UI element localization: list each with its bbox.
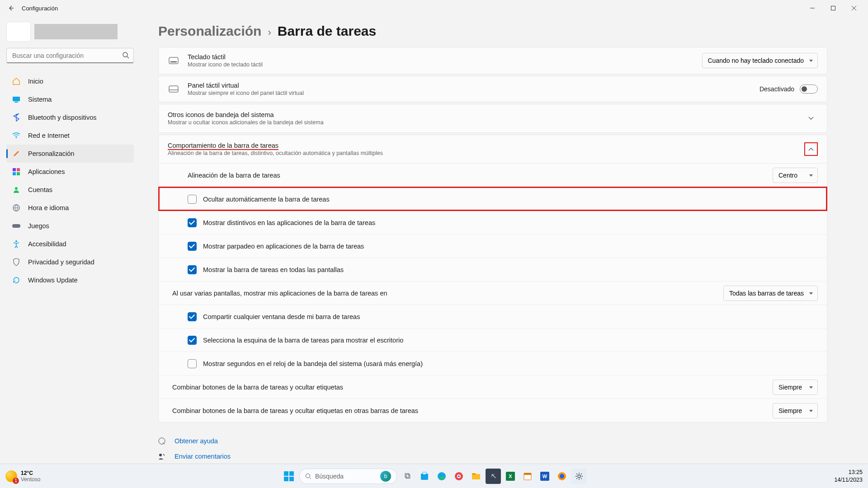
- accessibility-icon: [12, 239, 21, 249]
- card-subtitle: Mostrar siempre el icono del panel tácti…: [188, 90, 760, 96]
- help-link[interactable]: Obtener ayuda: [175, 437, 218, 445]
- app-icon-1[interactable]: ⛏: [486, 469, 501, 484]
- weather-cond: Ventoso: [21, 476, 40, 483]
- sidebar-item-hora[interactable]: Hora e idioma: [6, 199, 134, 217]
- minimize-button[interactable]: [802, 1, 823, 15]
- taskview-icon[interactable]: ⧉: [400, 469, 415, 484]
- content-area[interactable]: Personalización › Barra de tareas Teclad…: [139, 16, 868, 464]
- search-input[interactable]: [6, 48, 134, 63]
- seconds-checkbox[interactable]: [188, 359, 197, 368]
- combine-other-dropdown[interactable]: Siempre: [773, 403, 818, 418]
- svg-point-4: [16, 137, 17, 138]
- word-icon[interactable]: W: [537, 469, 552, 484]
- bing-icon[interactable]: b: [380, 471, 391, 482]
- sidebar-item-cuentas[interactable]: Cuentas: [6, 181, 134, 199]
- window-controls: [802, 1, 864, 15]
- sidebar-item-sistema[interactable]: Sistema: [6, 90, 134, 108]
- auto-hide-checkbox[interactable]: [188, 195, 197, 204]
- svg-rect-2: [13, 97, 20, 101]
- chevron-up-icon: [804, 142, 818, 156]
- feedback-icon: [158, 453, 166, 460]
- sidebar-item-personalizacion[interactable]: Personalización: [6, 145, 134, 163]
- svg-rect-5: [13, 168, 16, 171]
- breadcrumb-parent[interactable]: Personalización: [158, 23, 261, 39]
- shield-icon: [12, 258, 21, 267]
- profile-redacted: [34, 24, 118, 39]
- close-button[interactable]: [844, 1, 864, 15]
- taskbar-search[interactable]: Búsqueda b: [299, 469, 397, 484]
- taskbar-clock[interactable]: 13:25 14/11/2023: [834, 469, 863, 483]
- sidebar-item-juegos[interactable]: Juegos: [6, 217, 134, 235]
- svg-rect-6: [17, 168, 20, 171]
- option-corner-desktop[interactable]: Selecciona la esquina de la barra de tar…: [159, 328, 827, 352]
- virtual-touchpad-toggle[interactable]: [800, 84, 818, 94]
- help-links: Obtener ayuda Enviar comentarios: [158, 433, 827, 464]
- option-show-seconds[interactable]: Mostrar segundos en el reloj de la bande…: [159, 352, 827, 375]
- sidebar: Inicio Sistema Bluetooth y dispositivos …: [0, 16, 139, 464]
- excel-icon[interactable]: X: [503, 469, 518, 484]
- store-icon[interactable]: [417, 469, 432, 484]
- combine-main-dropdown[interactable]: Siempre: [773, 380, 818, 395]
- multi-display-dropdown[interactable]: Todas las barras de tareas: [723, 286, 818, 301]
- svg-rect-13: [169, 57, 178, 64]
- option-alignment: Alineación de la barra de tareas Centro: [159, 164, 827, 187]
- svg-point-36: [578, 475, 580, 478]
- weather-icon: [5, 470, 17, 482]
- sidebar-item-label: Juegos: [28, 222, 49, 230]
- taskbar-weather[interactable]: 12°C Ventoso: [5, 470, 40, 483]
- sidebar-item-label: Red e Internet: [28, 132, 70, 139]
- sidebar-item-accesibilidad[interactable]: Accesibilidad: [6, 235, 134, 253]
- app-title: Configuración: [22, 5, 58, 12]
- sidebar-item-label: Privacidad y seguridad: [28, 258, 94, 266]
- apps-icon: [12, 167, 21, 176]
- option-flash[interactable]: Mostrar parpadeo en aplicaciones de la b…: [159, 234, 827, 258]
- settings-icon[interactable]: [571, 469, 587, 484]
- feedback-link[interactable]: Enviar comentarios: [175, 453, 231, 460]
- card-title: Otros iconos de bandeja del sistema: [168, 111, 804, 118]
- card-other-tray-icons[interactable]: Otros iconos de bandeja del sistema Most…: [158, 104, 827, 133]
- sidebar-item-inicio[interactable]: Inicio: [6, 72, 134, 90]
- clock-date: 14/11/2023: [834, 476, 863, 483]
- badges-checkbox[interactable]: [188, 218, 197, 227]
- weather-temp: 12°C: [21, 470, 40, 476]
- search-icon: [122, 52, 129, 59]
- svg-rect-14: [170, 61, 177, 62]
- start-button[interactable]: [281, 469, 297, 484]
- app-icon-calendar[interactable]: [520, 469, 535, 484]
- flash-checkbox[interactable]: [188, 242, 197, 251]
- card-subtitle: Alineación de la barra de tareas, distin…: [168, 150, 804, 156]
- card-title: Comportamiento de la barra de tareas: [168, 142, 804, 149]
- option-all-displays[interactable]: Mostrar la barra de tareas en todas las …: [159, 258, 827, 281]
- firefox-icon[interactable]: [554, 469, 570, 484]
- alignment-dropdown[interactable]: Centro: [773, 168, 818, 183]
- touch-keyboard-dropdown[interactable]: Cuando no hay teclado conectado: [702, 53, 818, 68]
- sidebar-item-aplicaciones[interactable]: Aplicaciones: [6, 163, 134, 181]
- explorer-icon[interactable]: [468, 469, 484, 484]
- share-window-checkbox[interactable]: [188, 312, 197, 321]
- back-button[interactable]: [4, 1, 18, 15]
- help-icon: [158, 437, 166, 445]
- maximize-button[interactable]: [823, 1, 844, 15]
- option-share-window[interactable]: Compartir cualquier ventana desde mi bar…: [159, 305, 827, 328]
- svg-point-17: [159, 438, 165, 444]
- sidebar-item-label: Sistema: [28, 96, 52, 103]
- option-auto-hide[interactable]: Ocultar automáticamente la barra de tare…: [159, 187, 827, 211]
- card-subtitle: Mostrar icono de teclado táctil: [188, 61, 702, 68]
- option-combine-other: Combinar botones de la barra de tareas y…: [159, 399, 827, 422]
- sidebar-item-update[interactable]: Windows Update: [6, 271, 134, 289]
- chrome-icon[interactable]: [451, 469, 467, 484]
- sidebar-item-bluetooth[interactable]: Bluetooth y dispositivos: [6, 108, 134, 127]
- card-taskbar-behaviors[interactable]: Comportamiento de la barra de tareas Ali…: [158, 135, 827, 164]
- edge-icon[interactable]: [434, 469, 449, 484]
- corner-desktop-checkbox[interactable]: [188, 336, 197, 345]
- option-badges[interactable]: Mostrar distintivos en las aplicaciones …: [159, 211, 827, 234]
- taskbar-center: Búsqueda b ⧉ ⛏ X W: [281, 469, 587, 484]
- all-displays-checkbox[interactable]: [188, 265, 197, 274]
- sidebar-item-red[interactable]: Red e Internet: [6, 127, 134, 145]
- keyboard-icon: [168, 56, 179, 66]
- breadcrumb-sep: ›: [268, 27, 271, 38]
- card-virtual-touchpad: Panel táctil virtual Mostrar siempre el …: [158, 76, 827, 102]
- sidebar-item-privacidad[interactable]: Privacidad y seguridad: [6, 253, 134, 271]
- profile-block[interactable]: [6, 22, 134, 42]
- sidebar-item-label: Inicio: [28, 78, 43, 85]
